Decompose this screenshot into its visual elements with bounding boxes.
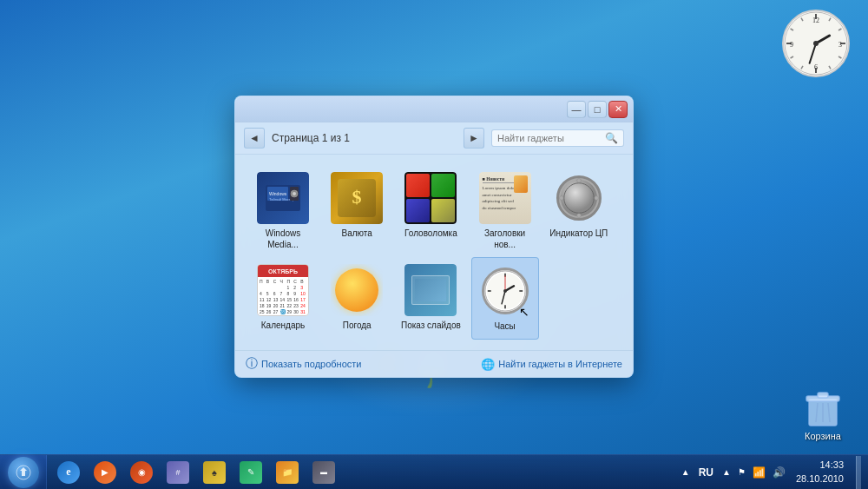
search-icon[interactable]: 🔍 xyxy=(605,132,618,144)
recycle-bin-icon xyxy=(802,387,844,429)
maximize-button[interactable]: □ xyxy=(588,101,607,118)
taskbar-tray: ▲ RU ▲ ⚑ 📶 🔊 14:33 28.10.2010 xyxy=(673,455,868,489)
gadget-thumb-windows-media: Windows Тайный Мастер xyxy=(257,172,309,224)
tray-volume-icon[interactable]: 🔊 xyxy=(771,466,787,479)
gadget-item-news[interactable]: ■ Новости Lorem ipsum dolor sit amet con… xyxy=(471,165,539,257)
taskbar-icon-calc[interactable]: # xyxy=(161,456,195,489)
tray-flag-icon[interactable]: ⚑ xyxy=(736,467,747,477)
gadget-label-puzzle: Головоломка xyxy=(404,228,457,239)
recycle-bin[interactable]: Корзина xyxy=(795,387,851,441)
gadget-thumb-news: ■ Новости Lorem ipsum dolor sit amet con… xyxy=(479,172,531,224)
svg-text:$: $ xyxy=(352,186,362,208)
window-titlebar: — □ ✕ xyxy=(235,96,633,122)
gadget-item-currency[interactable]: $ Валюта xyxy=(323,165,391,257)
gadget-item-clock[interactable]: ↖ Часы xyxy=(471,257,539,340)
page-label: Страница 1 из 1 xyxy=(272,132,457,144)
svg-text:12: 12 xyxy=(812,17,819,24)
svg-point-40 xyxy=(576,214,581,218)
gadget-label-clock: Часы xyxy=(494,320,515,332)
taskbar-icons: e ▶ ◉ # ♠ ✎ xyxy=(47,455,673,489)
taskbar-icon-ie[interactable]: e xyxy=(51,456,86,489)
tray-up-arrow[interactable]: ▲ xyxy=(680,467,692,477)
svg-text:6: 6 xyxy=(814,63,818,71)
taskbar-icon-paint[interactable]: ✎ xyxy=(233,456,268,489)
gadget-item-weather[interactable]: Погода xyxy=(323,257,391,340)
next-page-button[interactable]: ► xyxy=(464,128,484,149)
tray-clock[interactable]: 14:33 28.10.2010 xyxy=(791,459,849,486)
gadget-label-windows-media: Windows Media... xyxy=(253,228,313,250)
gadget-thumb-slideshow xyxy=(404,264,457,316)
taskbar-icon-games[interactable]: ♠ xyxy=(197,456,232,489)
svg-point-41 xyxy=(559,196,563,201)
gadget-label-calendar: Календарь xyxy=(261,320,305,331)
svg-rect-23 xyxy=(818,393,828,398)
svg-text:3: 3 xyxy=(838,41,842,49)
gadget-thumb-clock: ↖ xyxy=(479,265,531,317)
details-icon: ⓘ xyxy=(246,356,258,372)
gadget-thumb-calendar: ОКТЯБРЬ ПВСЧПСВ 123 45678910 11121314151… xyxy=(257,264,309,316)
svg-text:Windows: Windows xyxy=(269,191,287,196)
gadget-thumb-weather xyxy=(331,264,383,316)
taskbar-icon-explorer[interactable]: 📁 xyxy=(270,456,305,489)
close-button[interactable]: ✕ xyxy=(608,101,628,118)
prev-page-button[interactable]: ◄ xyxy=(244,128,265,149)
taskbar-icon-monitor[interactable]: ▬ xyxy=(306,456,341,489)
svg-point-39 xyxy=(595,196,599,201)
svg-point-20 xyxy=(813,41,819,46)
gadget-label-currency: Валюта xyxy=(341,228,372,239)
svg-point-36 xyxy=(561,180,597,216)
gadget-item-puzzle[interactable]: Головоломка xyxy=(397,165,464,257)
gadget-label-weather: Погода xyxy=(343,320,372,331)
taskbar: e ▶ ◉ # ♠ ✎ xyxy=(0,454,868,489)
gadget-label-cpu: Индикатор ЦП xyxy=(549,228,608,239)
gadget-label-slideshow: Показ слайдов xyxy=(401,320,461,331)
show-details-link[interactable]: ⓘ Показать подробности xyxy=(246,356,361,372)
show-desktop-button[interactable] xyxy=(856,456,861,489)
gadget-thumb-currency: $ xyxy=(331,172,383,224)
taskbar-icon-media[interactable]: ▶ xyxy=(88,456,122,489)
gadget-item-calendar[interactable]: ОКТЯБРЬ ПВСЧПСВ 123 45678910 11121314151… xyxy=(249,257,317,340)
tray-network-icon[interactable]: 📶 xyxy=(751,466,767,479)
taskbar-icon-firefox[interactable]: ◉ xyxy=(124,456,159,489)
search-box[interactable]: 🔍 xyxy=(491,129,624,147)
gadget-thumb-puzzle xyxy=(404,172,457,224)
start-button[interactable] xyxy=(0,455,47,490)
tray-up-arrow2[interactable]: ▲ xyxy=(720,467,733,477)
gadget-gallery-window: — □ ✕ ◄ Страница 1 из 1 ► 🔍 Windows Тайн… xyxy=(234,96,634,378)
window-footer: ⓘ Показать подробности 🌐 Найти гаджеты в… xyxy=(235,350,633,377)
globe-icon: 🌐 xyxy=(481,358,495,371)
search-input[interactable] xyxy=(497,133,602,143)
svg-point-33 xyxy=(293,192,296,195)
minimize-button[interactable]: — xyxy=(567,101,586,118)
gadget-item-cpu[interactable]: Индикатор ЦП xyxy=(545,165,613,257)
tray-language[interactable]: RU xyxy=(695,466,717,479)
analog-clock: 12 3 6 9 xyxy=(781,9,851,78)
window-toolbar: ◄ Страница 1 из 1 ► 🔍 xyxy=(235,122,633,155)
gadget-thumb-cpu xyxy=(553,172,605,224)
gadgets-grid: Windows Тайный Мастер Windows Media... xyxy=(235,155,633,350)
svg-point-51 xyxy=(503,289,507,293)
start-orb xyxy=(8,457,39,488)
gadget-item-windows-media[interactable]: Windows Тайный Мастер Windows Media... xyxy=(249,165,317,257)
online-gadgets-link[interactable]: 🌐 Найти гаджеты в Интернете xyxy=(481,358,622,371)
gadget-item-slideshow[interactable]: Показ слайдов xyxy=(397,257,464,340)
svg-text:9: 9 xyxy=(790,41,793,49)
recycle-bin-label: Корзина xyxy=(805,431,841,441)
gadget-label-news: Заголовки нов... xyxy=(475,228,536,250)
svg-point-38 xyxy=(576,178,581,182)
